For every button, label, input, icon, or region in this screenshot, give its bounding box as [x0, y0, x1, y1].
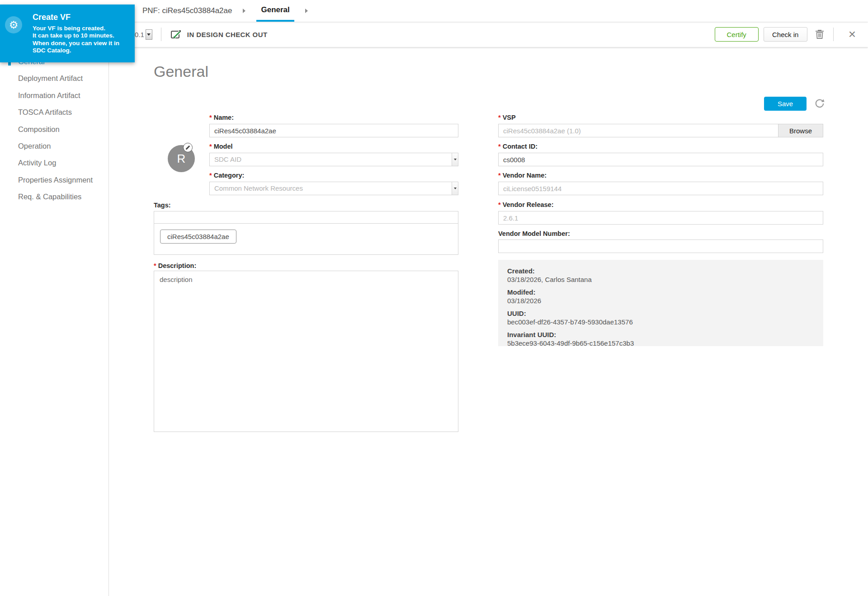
sidebar-item-information-artifact[interactable]: Information Artifact: [0, 87, 108, 104]
chevron-down-icon: [452, 182, 458, 195]
breadcrumb-pnf[interactable]: PNF: ciRes45c03884a2ae: [142, 6, 232, 15]
breadcrumb: PNF: ciRes45c03884a2ae General: [142, 0, 319, 22]
revert-icon: [814, 98, 826, 109]
model-select[interactable]: SDC AID: [209, 153, 458, 166]
name-label: *Name:: [209, 114, 234, 121]
sidebar-item-activity-log[interactable]: Activity Log: [0, 155, 108, 171]
certify-button[interactable]: Certify: [715, 27, 759, 42]
invariant-uuid-label: Invariant UUID:: [507, 330, 823, 339]
tab-general[interactable]: General: [256, 0, 294, 22]
tags-label: Tags:: [154, 202, 171, 209]
breadcrumb-caret-icon: [305, 9, 308, 13]
toast-message: Your VF is being created. It can take up…: [33, 25, 119, 54]
name-input[interactable]: [209, 124, 458, 137]
toolbar-actions: Certify Check in ×: [715, 27, 868, 42]
breadcrumb-caret-icon: [243, 9, 245, 13]
checkin-button[interactable]: Check in: [764, 27, 807, 42]
invariant-uuid-value: 5b3ece93-6043-49df-9b65-c156e157c3b3: [507, 339, 823, 347]
toolbar-divider: [833, 28, 834, 41]
vsp-field: ciRes45c03884a2ae (1.0) Browse: [498, 124, 823, 137]
modified-label: Modifed:: [507, 288, 823, 296]
invariant-uuid-group: Invariant UUID: 5b3ece93-6043-49df-9b65-…: [507, 330, 823, 347]
description-label: *Description:: [154, 262, 196, 269]
sidebar-item-req-capabilities[interactable]: Req. & Capabilities: [0, 188, 108, 205]
browse-button[interactable]: Browse: [778, 124, 823, 137]
avatar-edit-button[interactable]: [183, 143, 193, 152]
created-group: Created: 03/18/2026, Carlos Santana: [507, 267, 823, 284]
sidebar-item-tosca-artifacts[interactable]: TOSCA Artifacts: [0, 104, 108, 121]
uuid-group: UUID: bec003ef-df26-4357-b749-5930dae135…: [507, 309, 823, 326]
description-textarea[interactable]: description: [154, 271, 458, 432]
toolbar: V0.1 IN DESIGN CHECK OUT Certify Check i…: [109, 22, 868, 47]
chevron-down-icon: [452, 153, 458, 166]
page-title: General: [154, 63, 208, 80]
gear-icon: ⚙: [5, 16, 22, 33]
vsp-label: *VSP: [498, 114, 516, 121]
lifecycle-status: IN DESIGN CHECK OUT: [170, 28, 268, 41]
created-value: 03/18/2026, Carlos Santana: [507, 275, 823, 284]
vendor-release-label: *Vendor Release:: [498, 201, 553, 208]
tags-box: ciRes45c03884a2ae: [154, 211, 458, 255]
tag-chip[interactable]: ciRes45c03884a2ae: [160, 230, 236, 244]
model-label: *Model: [209, 143, 233, 150]
revert-button[interactable]: [814, 97, 826, 110]
sdc-general-page: PNF: ciRes45c03884a2ae General V0.1 IN: [0, 0, 868, 596]
vsp-input: ciRes45c03884a2ae (1.0): [498, 124, 778, 137]
tags-input-row: [154, 211, 458, 224]
sidebar-item-composition[interactable]: Composition: [0, 121, 108, 138]
pencil-icon: [186, 145, 190, 150]
created-label: Created:: [507, 267, 823, 275]
sidebar-item-operation[interactable]: Operation: [0, 138, 108, 155]
vendor-release-input: 2.6.1: [498, 211, 823, 225]
delete-button[interactable]: [815, 29, 825, 40]
metadata-box: Created: 03/18/2026, Carlos Santana Modi…: [498, 260, 823, 346]
modified-group: Modifed: 03/18/2026: [507, 288, 823, 305]
sidebar-item-properties-assignment[interactable]: Properties Assignment: [0, 172, 108, 188]
vendor-model-number-label: Vendor Model Number:: [498, 230, 570, 237]
create-vf-toast[interactable]: ⚙ Create VF Your VF is being created. It…: [0, 5, 135, 62]
uuid-label: UUID:: [507, 309, 823, 318]
contact-id-input[interactable]: [498, 153, 823, 166]
toast-title: Create VF: [33, 13, 71, 22]
vendor-model-number-input[interactable]: [498, 239, 823, 253]
tags-input[interactable]: [154, 211, 458, 223]
status-text: IN DESIGN CHECK OUT: [187, 31, 268, 38]
sidebar: General Deployment Artifact Information …: [0, 22, 109, 596]
vendor-name-input: ciLicense05159144: [498, 182, 823, 195]
toolbar-divider: [161, 28, 161, 41]
save-button[interactable]: Save: [764, 97, 807, 111]
category-select[interactable]: Common Network Resources: [209, 182, 458, 195]
vendor-name-label: *Vendor Name:: [498, 172, 547, 179]
version-dropdown-icon[interactable]: [146, 29, 152, 40]
trash-icon: [815, 29, 825, 40]
category-label: *Category:: [209, 172, 244, 179]
close-button[interactable]: ×: [849, 28, 856, 41]
checkout-pencil-icon: [170, 28, 182, 41]
sidebar-item-deployment-artifact[interactable]: Deployment Artifact: [0, 70, 108, 87]
contact-id-label: *Contact ID:: [498, 143, 538, 150]
close-icon: ×: [849, 28, 856, 41]
modified-value: 03/18/2026: [507, 296, 823, 305]
uuid-value: bec003ef-df26-4357-b749-5930dae13576: [507, 318, 823, 326]
